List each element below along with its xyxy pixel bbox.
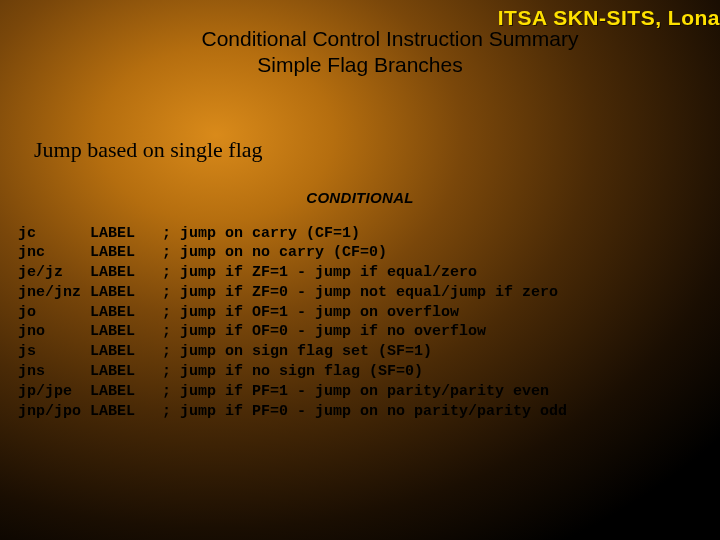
instruction-row: je/jz LABEL ; jump if ZF=1 - jump if equ… <box>18 263 720 283</box>
subheading: Jump based on single flag <box>34 137 720 163</box>
instruction-row: jne/jnz LABEL ; jump if ZF=0 - jump not … <box>18 283 720 303</box>
instruction-row: jno LABEL ; jump if OF=0 - jump if no ov… <box>18 322 720 342</box>
instruction-table: jc LABEL ; jump on carry (CF=1)jnc LABEL… <box>18 224 720 422</box>
instruction-row: jnp/jpo LABEL ; jump if PF=0 - jump on n… <box>18 402 720 422</box>
instruction-row: jnc LABEL ; jump on no carry (CF=0) <box>18 243 720 263</box>
instruction-row: jc LABEL ; jump on carry (CF=1) <box>18 224 720 244</box>
org-header: ITSA SKN-SITS, Lona <box>498 6 720 30</box>
instruction-row: jo LABEL ; jump if OF=1 - jump on overfl… <box>18 303 720 323</box>
instruction-row: jp/jpe LABEL ; jump if PF=1 - jump on pa… <box>18 382 720 402</box>
instruction-row: js LABEL ; jump on sign flag set (SF=1) <box>18 342 720 362</box>
title-line-2: Simple Flag Branches <box>0 52 720 78</box>
section-label-conditional: CONDITIONAL <box>0 189 720 206</box>
instruction-row: jns LABEL ; jump if no sign flag (SF=0) <box>18 362 720 382</box>
